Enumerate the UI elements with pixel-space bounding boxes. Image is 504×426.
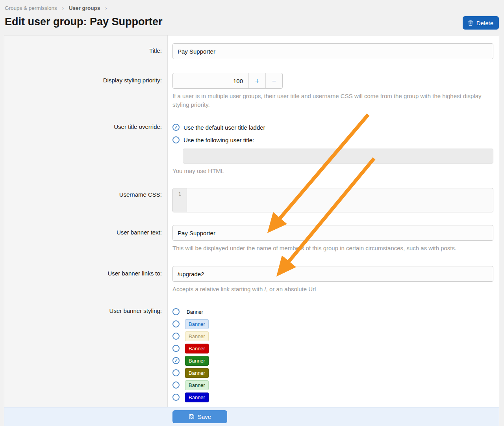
radio-unchecked-icon bbox=[172, 136, 180, 143]
form-row-user-title-override: User title override: Use the default use… bbox=[4, 115, 499, 182]
breadcrumb: Groups & permissions › User groups › bbox=[5, 5, 110, 11]
banner-style-option-olive[interactable]: Banner bbox=[172, 368, 493, 378]
banner-style-option-light-green[interactable]: Banner bbox=[172, 380, 493, 390]
priority-input[interactable] bbox=[173, 73, 248, 88]
banner-style-option-blue[interactable]: Banner bbox=[172, 319, 493, 329]
page-title: Edit user group: Pay Supporter bbox=[5, 16, 163, 28]
form-row-username-css: Username CSS: 1 bbox=[4, 182, 499, 217]
form-row-user-banner-link: User banner links to: Accepts a relative… bbox=[4, 259, 499, 300]
banner-style-option-cream[interactable]: Banner bbox=[172, 331, 493, 341]
radio-unchecked-icon bbox=[172, 308, 180, 315]
radio-unchecked-icon bbox=[172, 333, 180, 340]
banner-style-option-dark-blue[interactable]: Banner bbox=[172, 393, 493, 402]
trash-icon bbox=[467, 20, 474, 26]
banner-preview-dark-blue: Banner bbox=[185, 393, 209, 402]
radio-default-title-ladder-label: Use the default user title ladder bbox=[183, 124, 265, 131]
banner-style-option-red[interactable]: Banner bbox=[172, 344, 493, 353]
priority-stepper: + − bbox=[172, 73, 283, 89]
save-button[interactable]: Save bbox=[172, 410, 227, 423]
display-styling-priority-label: Display styling priority: bbox=[4, 66, 168, 115]
editor-line-number: 1 bbox=[173, 188, 187, 212]
radio-checked-icon bbox=[172, 357, 180, 364]
banner-style-option-green[interactable]: Banner bbox=[172, 356, 493, 365]
radio-default-title-ladder[interactable]: Use the default user title ladder bbox=[172, 123, 493, 132]
save-button-label: Save bbox=[198, 413, 211, 420]
user-banner-text-label: User banner text: bbox=[4, 217, 168, 259]
edit-user-group-form: Title: Display styling priority: + − If … bbox=[4, 35, 499, 426]
radio-unchecked-icon bbox=[172, 345, 180, 352]
banner-style-option-plain[interactable]: Banner bbox=[172, 307, 493, 316]
breadcrumb-separator-icon: › bbox=[62, 5, 64, 11]
breadcrumb-groups-permissions[interactable]: Groups & permissions bbox=[5, 5, 57, 11]
banner-preview-green: Banner bbox=[185, 356, 209, 366]
banner-preview-cream: Banner bbox=[185, 331, 209, 341]
priority-increment-button[interactable]: + bbox=[248, 73, 265, 88]
title-input[interactable] bbox=[172, 43, 493, 59]
banner-preview-blue: Banner bbox=[185, 319, 209, 329]
custom-user-title-input[interactable] bbox=[183, 149, 493, 164]
form-row-display-styling-priority: Display styling priority: + − If a user … bbox=[4, 66, 499, 115]
user-banner-styling-label: User banner styling: bbox=[4, 300, 168, 407]
banner-styling-options: BannerBannerBannerBannerBannerBannerBann… bbox=[172, 307, 493, 402]
banner-preview-plain: Banner bbox=[185, 307, 207, 317]
radio-custom-user-title-label: Use the following user title: bbox=[183, 137, 254, 143]
priority-hint: If a user is in multiple user groups, th… bbox=[172, 92, 493, 109]
username-css-editor[interactable]: 1 bbox=[172, 188, 493, 212]
delete-button[interactable]: Delete bbox=[463, 16, 499, 30]
priority-decrement-button[interactable]: − bbox=[265, 73, 282, 88]
radio-custom-user-title[interactable]: Use the following user title: bbox=[172, 135, 493, 145]
radio-unchecked-icon bbox=[172, 394, 180, 401]
form-row-user-banner-styling: User banner styling: BannerBannerBannerB… bbox=[4, 300, 499, 407]
user-banner-link-hint: Accepts a relative link starting with /,… bbox=[172, 285, 493, 294]
user-banner-text-input[interactable] bbox=[172, 225, 493, 241]
breadcrumb-separator-icon: › bbox=[105, 5, 107, 11]
radio-unchecked-icon bbox=[172, 381, 180, 389]
banner-preview-light-green: Banner bbox=[185, 380, 209, 390]
form-row-title: Title: bbox=[4, 35, 499, 66]
breadcrumb-user-groups[interactable]: User groups bbox=[69, 5, 100, 11]
radio-checked-icon bbox=[172, 124, 180, 131]
title-label: Title: bbox=[4, 35, 168, 66]
user-banner-link-label: User banner links to: bbox=[4, 259, 168, 300]
user-title-override-label: User title override: bbox=[4, 115, 168, 182]
banner-preview-olive: Banner bbox=[185, 368, 209, 378]
editor-code-area[interactable] bbox=[187, 188, 493, 212]
username-css-label: Username CSS: bbox=[4, 182, 168, 218]
save-icon bbox=[189, 414, 195, 420]
radio-unchecked-icon bbox=[172, 320, 180, 327]
delete-button-label: Delete bbox=[476, 20, 493, 26]
user-title-hint: You may use HTML bbox=[172, 167, 493, 175]
user-banner-link-input[interactable] bbox=[172, 266, 493, 282]
banner-preview-red: Banner bbox=[185, 344, 209, 353]
footer-bar: Save bbox=[4, 407, 499, 426]
form-row-user-banner-text: User banner text: This will be displayed… bbox=[4, 217, 499, 259]
user-banner-text-hint: This will be displayed under the name of… bbox=[172, 244, 493, 253]
radio-unchecked-icon bbox=[172, 369, 180, 376]
